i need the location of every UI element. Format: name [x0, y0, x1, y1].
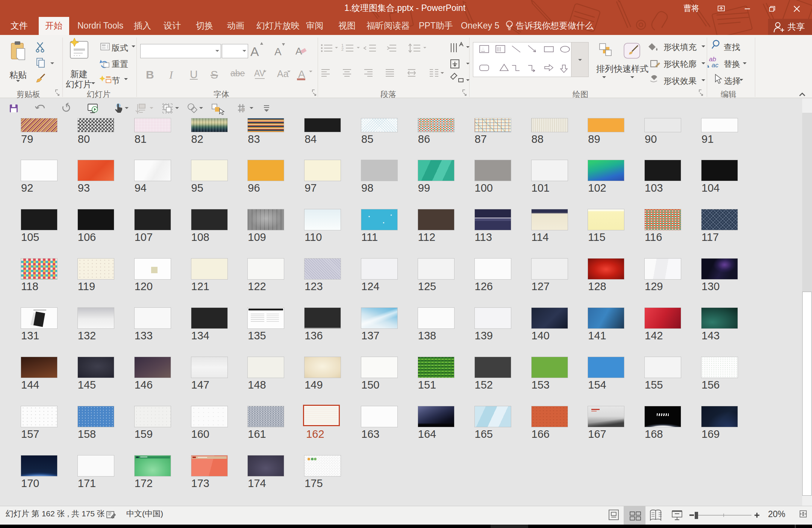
svg-text:2: 2	[341, 47, 344, 51]
svg-text:A: A	[274, 46, 282, 57]
svg-text:A: A	[481, 46, 485, 52]
svg-text:ac: ac	[712, 62, 718, 69]
svg-text:A: A	[250, 44, 259, 59]
